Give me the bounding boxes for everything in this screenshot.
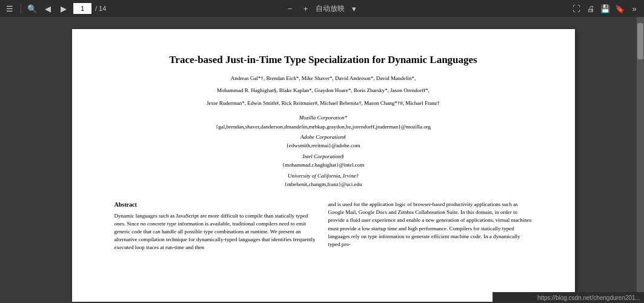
minus-icon[interactable]: − xyxy=(284,2,296,15)
more-icon[interactable]: » xyxy=(628,2,640,15)
affil3: Intel Corporation§ {mohammad.r.haghighat… xyxy=(115,152,533,170)
toolbar-center: − + 自动放映 ▾ xyxy=(284,2,360,15)
toolbar-right: ⛶ 🖨 💾 🔖 » xyxy=(570,2,640,15)
plus-icon[interactable]: + xyxy=(300,2,312,15)
search-icon[interactable]: 🔍 xyxy=(26,2,38,15)
bookmark-icon[interactable]: 🔖 xyxy=(614,2,626,15)
abstract-left-text: Dynamic languages such as JavaScript are… xyxy=(115,212,319,251)
scrollbar[interactable] xyxy=(637,17,644,303)
affil4: University of California, Irvine† {mbebe… xyxy=(115,171,533,189)
affil2: Adobe Corporation# {edwsmith,rreitmai}@a… xyxy=(115,133,533,150)
fullscreen-icon[interactable]: ⛶ xyxy=(570,2,582,15)
main-area: Trace-based Just-in-Time Type Specializa… xyxy=(0,17,644,303)
status-url: https://blog.csdn.net/chengduren201... xyxy=(537,295,640,301)
abstract-right-text: and is used for the application logic of… xyxy=(328,201,533,248)
abstract-section: Abstract Dynamic languages such as JavaS… xyxy=(115,201,533,251)
scrollbar-thumb[interactable] xyxy=(637,23,643,59)
print-icon[interactable]: 🖨 xyxy=(585,2,597,15)
abstract-title: Abstract xyxy=(115,201,319,210)
dropdown-icon[interactable]: ▾ xyxy=(348,2,360,15)
statusbar: https://blog.csdn.net/chengduren201... xyxy=(493,292,644,303)
menu-icon[interactable]: ☰ xyxy=(4,2,16,15)
left-panel xyxy=(0,17,10,303)
forward-icon[interactable]: ▶ xyxy=(58,2,70,15)
paper-authors-line2: Mohammad R. Haghighat§, Blake Kaplan*, G… xyxy=(115,86,533,95)
paper-authors-line1: Andreas Gal*†, Brendan Eich*, Mike Shave… xyxy=(115,74,533,82)
toolbar: ☰ 🔍 ◀ ▶ / 14 − + 自动放映 ▾ ⛶ 🖨 💾 🔖 » xyxy=(0,0,644,17)
affil3-name: Intel Corporation§ xyxy=(302,153,344,159)
separator xyxy=(21,4,21,13)
pdf-page: Trace-based Just-in-Time Type Specializa… xyxy=(72,29,575,302)
paper-title: Trace-based Just-in-Time Type Specializa… xyxy=(115,53,533,67)
abstract-right: and is used for the application logic of… xyxy=(328,201,533,251)
affil2-name: Adobe Corporation# xyxy=(300,134,346,140)
abstract-left: Abstract Dynamic languages such as JavaS… xyxy=(115,201,319,251)
page-total: / 14 xyxy=(95,5,106,12)
auto-play-label: 自动放映 xyxy=(316,4,345,14)
affil4-name: University of California, Irvine† xyxy=(288,173,359,179)
affil1-email: {gal,brendan,shaver,danderson,dmandelin,… xyxy=(216,124,431,130)
affil1-name: Mozilla Corporation* xyxy=(299,115,347,121)
affil2-email: {edwsmith,rreitmai}@adobe.com xyxy=(287,142,360,148)
paper-authors-line3: Jesse Ruderman*, Edwin Smith#, Rick Reit… xyxy=(115,99,533,107)
affil1: Mozilla Corporation* {gal,brendan,shaver… xyxy=(115,113,533,131)
affil4-email: {mbebenit,changm,franz}@uci.edu xyxy=(284,181,362,187)
back-icon[interactable]: ◀ xyxy=(42,2,54,15)
page-input[interactable] xyxy=(73,3,91,14)
save-icon[interactable]: 💾 xyxy=(599,2,611,15)
affil3-email: {mohammad.r.haghighat}@intel.com xyxy=(282,162,365,168)
pdf-container[interactable]: Trace-based Just-in-Time Type Specializa… xyxy=(10,17,637,303)
